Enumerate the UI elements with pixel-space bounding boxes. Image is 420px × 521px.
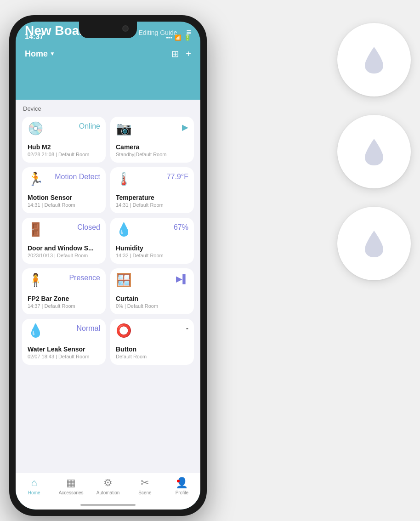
device-status: Presence <box>69 274 100 282</box>
sensor-button-3 <box>337 207 411 280</box>
device-status: ▶▌ <box>176 274 188 284</box>
nav-item-scene[interactable]: ✂ Scene <box>126 477 163 495</box>
device-icon: 🧍 <box>28 274 44 287</box>
device-meta: Default Room <box>116 354 188 359</box>
nav-item-profile[interactable]: 👤 Profile <box>164 477 200 495</box>
device-status: 77.9°F <box>167 173 188 181</box>
nav-label-accessories: Accessories <box>59 490 84 495</box>
card-top: 💧 67% <box>116 223 188 236</box>
device-name: Door and Window S... <box>28 244 100 252</box>
device-card-6[interactable]: 🧍 Presence FP2 Bar Zone 14:37 | Default … <box>22 268 106 314</box>
nav-item-accessories[interactable]: ▦ Accessories <box>52 477 89 495</box>
sensors-area <box>337 23 411 280</box>
card-top: 🏃 Motion Detect <box>28 173 100 186</box>
signal-icon: 📶 <box>175 34 182 41</box>
device-status: Online <box>79 122 100 130</box>
card-bottom: Motion Sensor 14:31 | Default Room <box>28 194 100 208</box>
device-name: Button <box>116 345 188 353</box>
card-top: 💧 Normal <box>28 324 100 337</box>
device-card-4[interactable]: 🚪 Closed Door and Window S... 2023/10/13… <box>22 218 106 264</box>
card-bottom: Button Default Room <box>116 345 188 359</box>
device-meta: 0% | Default Room <box>116 303 188 309</box>
device-status: 67% <box>174 223 188 232</box>
card-bottom: FP2 Bar Zone 14:37 | Default Room <box>28 295 100 309</box>
grid-icon[interactable]: ⊞ <box>171 48 179 59</box>
card-top: 💿 Online <box>28 122 100 135</box>
home-selector[interactable]: Home ▼ <box>25 49 55 59</box>
device-icon: ⭕ <box>116 324 132 337</box>
device-meta: 02/28 21:08 | Default Room <box>28 152 100 157</box>
device-icon: 💧 <box>116 223 132 236</box>
content-area: Device 💿 Online Hub M2 02/28 21:08 | Def… <box>16 100 200 473</box>
card-top: 🚪 Closed <box>28 223 100 236</box>
device-status: ▶ <box>182 122 188 132</box>
device-icon: 🌡️ <box>116 173 132 186</box>
device-icon: 🪟 <box>116 274 132 287</box>
add-icon[interactable]: + <box>186 49 191 59</box>
nav-icon-scene: ✂ <box>141 477 149 488</box>
device-meta: 14:37 | Default Room <box>28 303 100 309</box>
device-name: Motion Sensor <box>28 194 100 201</box>
home-dropdown-arrow: ▼ <box>50 51 55 57</box>
header-actions: ⊞ + <box>171 48 191 59</box>
card-bottom: Camera Standby|Default Room <box>116 143 188 157</box>
card-bottom: Water Leak Sensor 02/07 18:43 | Default … <box>28 345 100 359</box>
card-top: ⭕ - <box>116 324 188 337</box>
notch <box>79 22 137 38</box>
device-status: - <box>186 324 188 333</box>
drop-icon-1 <box>363 46 386 74</box>
battery-icon: 🔋 <box>184 34 191 41</box>
device-card-3[interactable]: 🌡️ 77.9°F Temperature 14:31 | Default Ro… <box>110 167 194 213</box>
nav-label-profile: Profile <box>176 490 188 495</box>
device-name: Hub M2 <box>28 143 100 151</box>
device-meta: 14:31 | Default Room <box>116 202 188 208</box>
device-status: Normal <box>76 324 100 333</box>
nav-item-automation[interactable]: ⚙ Automation <box>90 477 126 495</box>
device-grid: 💿 Online Hub M2 02/28 21:08 | Default Ro… <box>22 117 194 365</box>
card-top: 🪟 ▶▌ <box>116 274 188 287</box>
section-device-label: Device <box>22 105 194 112</box>
device-meta: 2023/10/13 | Default Room <box>28 253 100 258</box>
device-card-9[interactable]: ⭕ - Button Default Room <box>110 319 194 365</box>
device-meta: 14:32 | Default Room <box>116 253 188 258</box>
device-meta: 14:31 | Default Room <box>28 202 100 208</box>
drop-icon-3 <box>363 230 386 257</box>
drop-icon-2 <box>363 138 386 165</box>
device-status: Motion Detect <box>55 173 100 181</box>
phone-screen: 14:37 ▪▪▪ 📶 🔋 Home ▼ ⊞ + New Boa <box>16 22 200 510</box>
device-icon: 💧 <box>28 324 44 337</box>
device-name: Camera <box>116 143 188 151</box>
device-name: Curtain <box>116 295 188 302</box>
device-card-0[interactable]: 💿 Online Hub M2 02/28 21:08 | Default Ro… <box>22 117 106 163</box>
device-card-5[interactable]: 💧 67% Humidity 14:32 | Default Room <box>110 218 194 264</box>
nav-icon-automation: ⚙ <box>103 477 113 488</box>
card-top: 📷 ▶ <box>116 122 188 135</box>
device-card-8[interactable]: 💧 Normal Water Leak Sensor 02/07 18:43 |… <box>22 319 106 365</box>
device-status: Closed <box>77 223 100 232</box>
device-card-1[interactable]: 📷 ▶ Camera Standby|Default Room <box>110 117 194 163</box>
device-name: FP2 Bar Zone <box>28 295 100 302</box>
sensor-button-2 <box>337 115 411 188</box>
card-top: 🌡️ 77.9°F <box>116 173 188 186</box>
device-name: Humidity <box>116 244 188 252</box>
card-bottom: Temperature 14:31 | Default Room <box>116 194 188 208</box>
device-card-7[interactable]: 🪟 ▶▌ Curtain 0% | Default Room <box>110 268 194 314</box>
wifi-icon: ▪▪▪ <box>166 34 172 41</box>
nav-item-home[interactable]: ⌂ Home <box>16 477 52 495</box>
card-bottom: Humidity 14:32 | Default Room <box>116 244 188 258</box>
card-bottom: Curtain 0% | Default Room <box>116 295 188 309</box>
device-icon: 🏃 <box>28 173 44 186</box>
device-icon: 🚪 <box>28 223 44 236</box>
device-meta: Standby|Default Room <box>116 152 188 157</box>
card-top: 🧍 Presence <box>28 274 100 287</box>
device-icon: 📷 <box>116 122 132 135</box>
home-indicator <box>80 504 136 506</box>
device-name: Temperature <box>116 194 188 201</box>
nav-icon-home: ⌂ <box>31 477 37 488</box>
device-card-2[interactable]: 🏃 Motion Detect Motion Sensor 14:31 | De… <box>22 167 106 213</box>
nav-label-scene: Scene <box>138 490 151 495</box>
home-label-text: Home <box>25 49 48 59</box>
camera-notch <box>122 25 129 32</box>
sensor-button-1 <box>337 23 411 96</box>
card-bottom: Hub M2 02/28 21:08 | Default Room <box>28 143 100 157</box>
